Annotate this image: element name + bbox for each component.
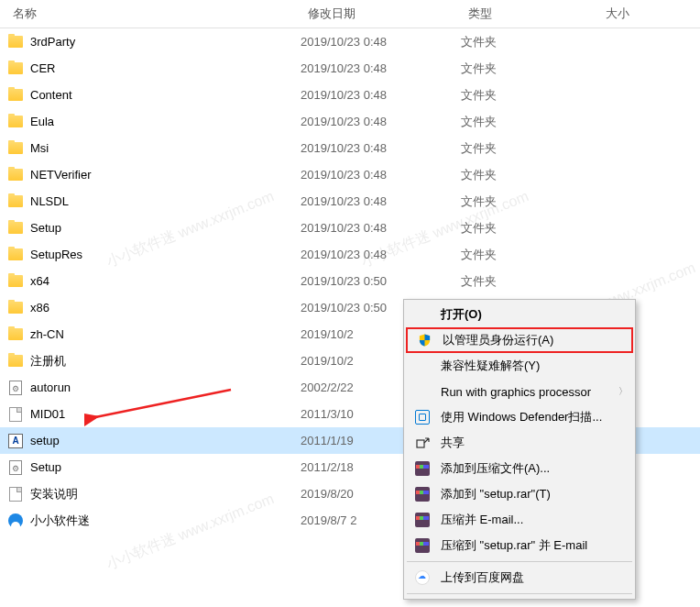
col-type-header[interactable]: 类型 (455, 6, 593, 22)
file-name: x86 (30, 301, 49, 315)
folder-icon (7, 220, 24, 237)
file-date: 2019/10/23 0:48 (295, 194, 455, 208)
menu-share[interactable]: 共享 (406, 430, 633, 456)
menu-compatibility[interactable]: 兼容性疑难解答(Y) (406, 353, 633, 379)
col-date-header[interactable]: 修改日期 (295, 6, 455, 22)
chevron-right-icon: 〉 (618, 385, 628, 398)
app-icon: A (7, 433, 24, 449)
file-row[interactable]: x642019/10/23 0:50文件夹 (0, 268, 700, 294)
folder-icon (7, 326, 24, 343)
file-name: Setup (30, 460, 61, 474)
file-name: SetupRes (30, 248, 82, 261)
file-name: x64 (30, 274, 49, 288)
rar-icon (413, 485, 432, 503)
menu-separator (407, 561, 632, 562)
file-row[interactable]: 3rdParty2019/10/23 0:48文件夹 (0, 28, 700, 55)
menu-open[interactable]: 打开(O) (406, 302, 633, 327)
file-name: autorun (30, 381, 71, 394)
shield-icon (415, 331, 433, 349)
file-name: Setup (30, 221, 61, 235)
col-size-header[interactable]: 大小 (593, 6, 700, 22)
file-date: 2019/10/23 0:48 (295, 141, 455, 155)
file-type: 文件夹 (455, 167, 593, 183)
menu-baidu[interactable]: 上传到百度网盘 (406, 565, 633, 590)
blank-icon (413, 305, 432, 324)
menu-run-graphics[interactable]: Run with graphics processor 〉 (406, 379, 633, 404)
file-icon (7, 486, 24, 502)
file-date: 2019/10/23 0:48 (295, 221, 455, 235)
folder-icon (7, 273, 24, 290)
menu-defender[interactable]: 使用 Windows Defender扫描... (406, 404, 633, 430)
menu-open-label: 打开(O) (441, 306, 628, 323)
file-type: 文件夹 (455, 87, 593, 104)
file-icon (7, 406, 24, 423)
svg-rect-2 (417, 440, 424, 447)
file-type: 文件夹 (455, 140, 593, 157)
menu-add-setup-rar-label: 添加到 "setup.rar"(T) (441, 486, 628, 502)
folder-icon (7, 193, 24, 210)
file-date: 2019/10/23 0:50 (295, 274, 455, 288)
file-row[interactable]: Content2019/10/23 0:48文件夹 (0, 82, 700, 108)
file-row[interactable]: Setup2019/10/23 0:48文件夹 (0, 215, 700, 241)
folder-icon (7, 140, 24, 157)
menu-add-archive-label: 添加到压缩文件(A)... (441, 460, 628, 477)
config-icon (7, 459, 24, 476)
rar-icon (413, 459, 432, 478)
menu-separator (407, 593, 632, 594)
file-name: setup (30, 434, 60, 447)
file-date: 2019/10/23 0:48 (295, 88, 455, 102)
file-name: 安装说明 (30, 486, 78, 502)
column-header-row: 名称 修改日期 类型 大小 (0, 0, 700, 28)
menu-run-as-admin-label: 以管理员身份运行(A) (443, 332, 626, 348)
file-date: 2019/10/23 0:48 (295, 168, 455, 182)
folder-icon (7, 114, 24, 130)
file-row[interactable]: NETVerifier2019/10/23 0:48文件夹 (0, 161, 700, 188)
file-date: 2019/10/23 0:48 (295, 248, 455, 261)
menu-share-label: 共享 (441, 435, 628, 451)
file-row[interactable]: SetupRes2019/10/23 0:48文件夹 (0, 241, 700, 268)
file-type: 文件夹 (455, 193, 593, 210)
menu-compress-setup-email[interactable]: 压缩到 "setup.rar" 并 E-mail (406, 533, 633, 558)
file-name: Eula (30, 115, 54, 128)
share-icon (413, 434, 432, 452)
blank-icon (413, 357, 432, 375)
file-row[interactable]: Eula2019/10/23 0:48文件夹 (0, 108, 700, 135)
col-name-header[interactable]: 名称 (0, 6, 295, 22)
file-name: NETVerifier (30, 168, 91, 182)
menu-compatibility-label: 兼容性疑难解答(Y) (441, 358, 628, 374)
menu-add-setup-rar[interactable]: 添加到 "setup.rar"(T) (406, 481, 633, 507)
file-name: Content (30, 88, 72, 102)
blank-icon (413, 382, 432, 401)
file-name: CER (30, 61, 55, 75)
folder-icon (7, 61, 24, 77)
menu-defender-label: 使用 Windows Defender扫描... (441, 409, 628, 425)
file-row[interactable]: CER2019/10/23 0:48文件夹 (0, 55, 700, 82)
menu-compress-email-label: 压缩并 E-mail... (441, 512, 628, 528)
file-row[interactable]: NLSDL2019/10/23 0:48文件夹 (0, 188, 700, 215)
menu-compress-email[interactable]: 压缩并 E-mail... (406, 507, 633, 533)
file-type: 文件夹 (455, 34, 593, 50)
file-name: 注册机 (30, 353, 66, 370)
file-date: 2019/10/23 0:48 (295, 61, 455, 75)
file-name: 小小软件迷 (30, 513, 90, 529)
folder-icon (7, 34, 24, 50)
menu-run-as-admin[interactable]: 以管理员身份运行(A) (406, 327, 633, 353)
menu-run-graphics-label: Run with graphics processor (441, 385, 618, 399)
config-icon (7, 380, 24, 396)
browser-icon (7, 513, 24, 529)
rar-icon (413, 536, 432, 555)
file-type: 文件夹 (455, 114, 593, 130)
folder-icon (7, 87, 24, 104)
file-type: 文件夹 (455, 247, 593, 263)
file-date: 2019/10/23 0:48 (295, 35, 455, 49)
menu-add-archive[interactable]: 添加到压缩文件(A)... (406, 456, 633, 481)
file-row[interactable]: Msi2019/10/23 0:48文件夹 (0, 135, 700, 161)
folder-icon (7, 300, 24, 316)
rar-icon (413, 511, 432, 529)
file-type: 文件夹 (455, 273, 593, 290)
file-name: NLSDL (30, 194, 69, 208)
file-name: Msi (30, 141, 49, 155)
file-type: 文件夹 (455, 220, 593, 237)
folder-icon (7, 167, 24, 183)
folder-icon (7, 247, 24, 263)
